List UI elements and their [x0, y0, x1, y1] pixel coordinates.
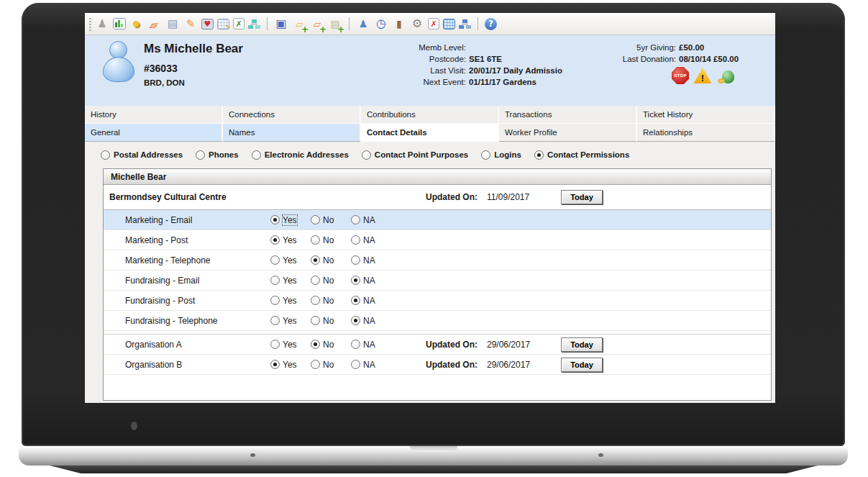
marketing-telephone-yes-radio[interactable]: Yes — [270, 255, 297, 265]
fundraising-email-na-radio[interactable]: NA — [351, 276, 375, 286]
timetable-icon[interactable] — [217, 19, 229, 29]
permission-row-fundraising-email[interactable]: Fundraising - EmailYesNoNA — [104, 271, 771, 291]
tab-relationships[interactable]: Relationships — [637, 124, 775, 142]
permission-row-fundraising-telephone[interactable]: Fundraising - TelephoneYesNoNA — [104, 311, 771, 331]
find-member-icon[interactable] — [356, 17, 370, 31]
archive-icon[interactable] — [392, 17, 406, 31]
member-icon[interactable] — [95, 17, 109, 31]
hierarchy-icon[interactable] — [459, 19, 471, 29]
filter-radio-postal-addresses[interactable] — [101, 150, 110, 160]
add-ticket-orange-icon[interactable] — [310, 17, 324, 31]
organisation-a-yes-radio[interactable]: Yes — [270, 340, 297, 350]
filter-radio-contact-point-purposes[interactable] — [362, 150, 371, 160]
permission-row-organisation-a[interactable]: Organisation AYesNoNAUpdated On:29/06/20… — [104, 335, 771, 355]
help-icon[interactable] — [485, 18, 497, 30]
radio-circle[interactable] — [311, 296, 320, 305]
radio-circle[interactable] — [270, 235, 280, 245]
permission-row-marketing-post[interactable]: Marketing - PostYesNoNA — [104, 230, 771, 250]
forms-icon[interactable] — [165, 17, 180, 31]
radio-circle[interactable] — [311, 360, 320, 369]
radio-circle[interactable] — [270, 215, 280, 224]
marketing-email-yes-radio[interactable]: Yes — [270, 215, 297, 225]
radio-circle[interactable] — [351, 235, 360, 245]
add-ticket-gold-icon[interactable] — [292, 17, 306, 31]
radio-circle[interactable] — [270, 360, 280, 369]
tab-worker-profile[interactable]: Worker Profile — [499, 124, 637, 142]
radio-circle[interactable] — [311, 276, 320, 285]
radio-circle[interactable] — [351, 360, 360, 369]
marketing-post-na-radio[interactable]: NA — [351, 235, 375, 245]
radio-circle[interactable] — [311, 215, 320, 224]
fundraising-telephone-na-radio[interactable]: NA — [351, 316, 375, 326]
radio-circle[interactable] — [270, 255, 280, 265]
tab-history[interactable]: History — [85, 106, 223, 124]
fundraising-telephone-yes-radio[interactable]: Yes — [270, 316, 297, 326]
marker-icon[interactable] — [183, 17, 198, 31]
radio-circle[interactable] — [311, 255, 320, 265]
organisation-b-yes-radio[interactable]: Yes — [270, 360, 297, 370]
marketing-post-no-radio[interactable]: No — [311, 235, 334, 245]
today-button[interactable]: Today — [561, 190, 603, 204]
funds-icon[interactable] — [129, 17, 144, 31]
org-chart-icon[interactable] — [248, 19, 260, 29]
tab-names[interactable]: Names — [223, 124, 361, 142]
stats-icon[interactable] — [113, 18, 126, 29]
filter-option-postal-addresses[interactable]: Postal Addresses — [101, 150, 183, 160]
filter-option-contact-permissions[interactable]: Contact Permissions — [534, 150, 629, 160]
today-button[interactable]: Today — [561, 337, 603, 352]
fundraising-telephone-no-radio[interactable]: No — [311, 316, 334, 326]
toolbar-grip-handle[interactable] — [89, 17, 91, 31]
radio-circle[interactable] — [351, 276, 360, 285]
export-excel-icon[interactable] — [233, 18, 245, 29]
radio-circle[interactable] — [270, 316, 280, 325]
fundraising-post-na-radio[interactable]: NA — [351, 296, 375, 306]
permission-row-marketing-telephone[interactable]: Marketing - TelephoneYesNoNA — [104, 250, 771, 271]
settings-icon[interactable] — [410, 17, 424, 31]
organisation-a-na-radio[interactable]: NA — [351, 340, 375, 350]
today-button[interactable]: Today — [561, 358, 603, 372]
radio-circle[interactable] — [351, 316, 360, 325]
radio-circle[interactable] — [351, 296, 360, 305]
radio-circle[interactable] — [311, 235, 320, 245]
organisation-b-no-radio[interactable]: No — [311, 360, 334, 370]
marketing-email-na-radio[interactable]: NA — [351, 215, 375, 225]
cancel-doc-icon[interactable] — [428, 18, 439, 29]
filter-radio-electronic-addresses[interactable] — [252, 150, 261, 160]
fundraising-post-yes-radio[interactable]: Yes — [270, 296, 297, 306]
tab-ticket-history[interactable]: Ticket History — [637, 106, 775, 124]
radio-circle[interactable] — [351, 215, 360, 224]
fundraising-email-yes-radio[interactable]: Yes — [270, 276, 297, 286]
membership-db-icon[interactable] — [201, 19, 214, 29]
tab-contact-details[interactable]: Contact Details — [361, 124, 499, 142]
permission-row-fundraising-post[interactable]: Fundraising - PostYesNoNA — [104, 291, 771, 311]
radio-circle[interactable] — [270, 340, 280, 349]
organisation-b-na-radio[interactable]: NA — [351, 360, 375, 370]
radio-circle[interactable] — [270, 276, 280, 285]
filter-option-contact-point-purposes[interactable]: Contact Point Purposes — [362, 150, 468, 160]
table-view-icon[interactable] — [443, 19, 455, 29]
radio-circle[interactable] — [311, 340, 320, 349]
tab-transactions[interactable]: Transactions — [499, 106, 637, 124]
radio-circle[interactable] — [270, 296, 280, 305]
radio-circle[interactable] — [311, 316, 320, 325]
organisation-a-no-radio[interactable]: No — [311, 340, 334, 350]
filter-option-logins[interactable]: Logins — [481, 150, 521, 160]
filter-radio-logins[interactable] — [481, 150, 490, 160]
tab-general[interactable]: General — [85, 124, 223, 142]
save-icon[interactable] — [274, 17, 288, 31]
add-clipboard-icon[interactable] — [328, 17, 342, 31]
fundraising-post-no-radio[interactable]: No — [311, 296, 334, 306]
radio-circle[interactable] — [351, 340, 360, 349]
marketing-telephone-na-radio[interactable]: NA — [351, 255, 375, 265]
fundraising-email-no-radio[interactable]: No — [311, 276, 334, 286]
tab-contributions[interactable]: Contributions — [361, 106, 499, 124]
tickets-icon[interactable] — [147, 17, 162, 31]
filter-option-electronic-addresses[interactable]: Electronic Addresses — [252, 150, 349, 160]
marketing-email-no-radio[interactable]: No — [311, 215, 334, 225]
marketing-post-yes-radio[interactable]: Yes — [270, 235, 297, 245]
reminders-icon[interactable] — [374, 17, 388, 31]
tab-connections[interactable]: Connections — [223, 106, 361, 124]
filter-option-phones[interactable]: Phones — [196, 150, 239, 160]
filter-radio-contact-permissions[interactable] — [534, 150, 544, 160]
filter-radio-phones[interactable] — [196, 150, 205, 160]
